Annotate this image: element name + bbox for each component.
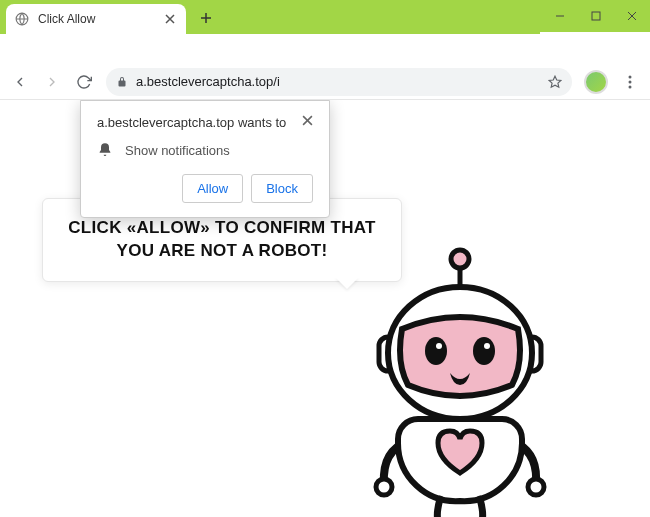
kebab-menu-icon[interactable] bbox=[616, 68, 644, 96]
svg-point-14 bbox=[484, 343, 490, 349]
svg-point-13 bbox=[436, 343, 442, 349]
svg-point-4 bbox=[629, 80, 632, 83]
permission-origin-text: a.bestclevercaptcha.top wants to bbox=[97, 115, 286, 130]
notification-permission-prompt: a.bestclevercaptcha.top wants to Show no… bbox=[80, 100, 330, 218]
svg-point-15 bbox=[376, 479, 392, 495]
browser-toolbar bbox=[0, 64, 650, 100]
svg-point-7 bbox=[451, 250, 469, 268]
forward-button[interactable] bbox=[38, 68, 66, 96]
svg-marker-2 bbox=[549, 76, 561, 87]
new-tab-button[interactable] bbox=[192, 4, 220, 32]
maximize-button[interactable] bbox=[578, 0, 614, 32]
minimize-button[interactable] bbox=[542, 0, 578, 32]
svg-point-11 bbox=[425, 337, 447, 365]
close-icon[interactable] bbox=[162, 11, 178, 27]
tab-strip: Click Allow bbox=[0, 0, 540, 34]
profile-avatar[interactable] bbox=[584, 70, 608, 94]
svg-point-12 bbox=[473, 337, 495, 365]
svg-point-3 bbox=[629, 75, 632, 78]
bell-icon bbox=[97, 142, 113, 158]
window-titlebar: Click Allow computips bbox=[0, 0, 650, 32]
address-bar[interactable] bbox=[106, 68, 572, 96]
block-button[interactable]: Block bbox=[251, 174, 313, 203]
svg-point-5 bbox=[629, 85, 632, 88]
reload-button[interactable] bbox=[70, 68, 98, 96]
window-controls bbox=[542, 0, 650, 32]
url-input[interactable] bbox=[136, 74, 540, 89]
close-window-button[interactable] bbox=[614, 0, 650, 32]
robot-illustration bbox=[330, 241, 590, 517]
page-content: a.bestclevercaptcha.top wants to Show no… bbox=[0, 100, 650, 517]
globe-icon bbox=[14, 11, 30, 27]
permission-capability-text: Show notifications bbox=[125, 143, 230, 158]
allow-button[interactable]: Allow bbox=[182, 174, 243, 203]
lock-icon bbox=[116, 76, 128, 88]
close-icon[interactable] bbox=[302, 115, 313, 126]
tab-title: Click Allow bbox=[38, 12, 154, 26]
svg-point-16 bbox=[528, 479, 544, 495]
bookmark-star-icon[interactable] bbox=[548, 75, 562, 89]
browser-tab[interactable]: Click Allow bbox=[6, 4, 186, 34]
svg-rect-1 bbox=[592, 12, 600, 20]
back-button[interactable] bbox=[6, 68, 34, 96]
